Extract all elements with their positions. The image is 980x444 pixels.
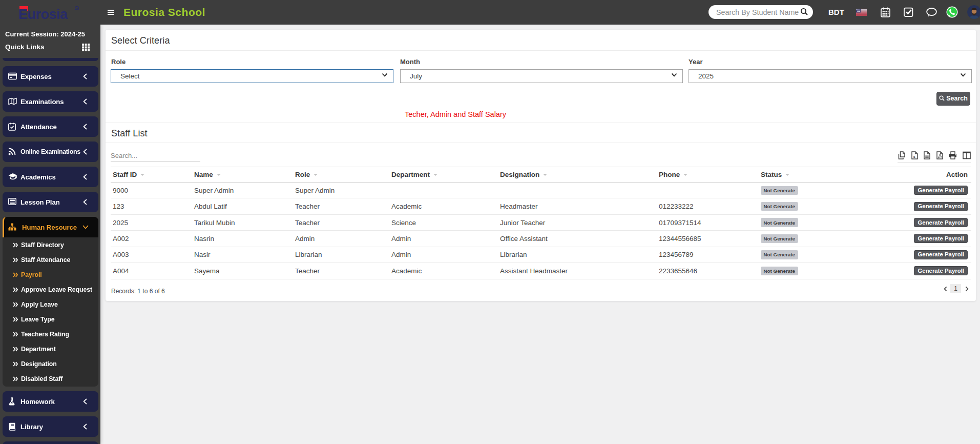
svg-text:Eurosia: Eurosia [18,7,68,22]
svg-text:R: R [76,7,78,10]
svg-text:x: x [913,154,916,159]
